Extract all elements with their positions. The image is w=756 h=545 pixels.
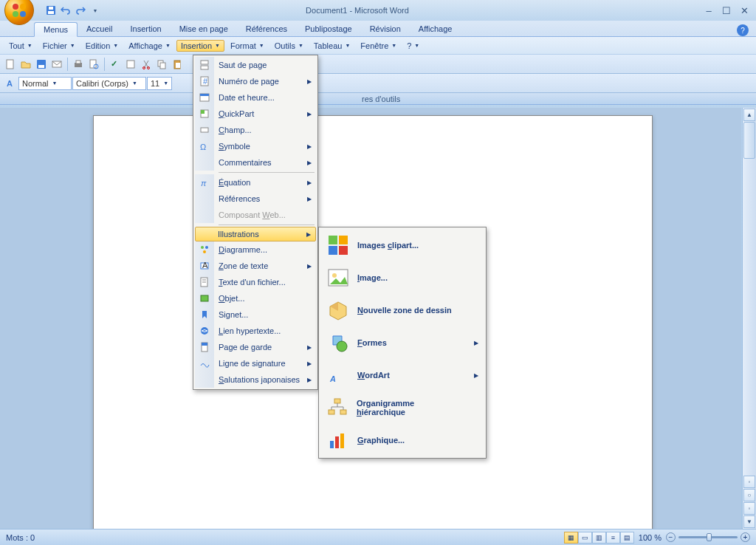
copy-icon[interactable] — [154, 57, 169, 72]
font-size-combo[interactable]: 11▼ — [147, 77, 172, 90]
submenu-item-image[interactable]: Image... — [320, 261, 484, 294]
menu-tableau[interactable]: Tableau▼ — [309, 40, 354, 52]
next-page-icon[interactable]: ◦ — [743, 502, 755, 515]
menu-item-objet[interactable]: Objet... — [195, 290, 316, 306]
word-count[interactable]: Mots : 0 — [6, 533, 35, 542]
zoom-out-icon[interactable]: − — [666, 532, 676, 542]
tab-accueil[interactable]: Accueil — [78, 22, 121, 36]
page-number-icon: # — [195, 73, 214, 89]
scroll-down-icon[interactable]: ▼ — [743, 515, 755, 528]
menu-item-commentaires[interactable]: Commentaires▶ — [195, 154, 316, 171]
menu-tout[interactable]: Tout▼ — [4, 40, 37, 52]
research-icon[interactable] — [123, 57, 138, 72]
scroll-up-icon[interactable]: ▲ — [743, 109, 755, 121]
spellcheck-icon[interactable]: ✓ — [108, 57, 123, 72]
tab-références[interactable]: Références — [237, 22, 296, 36]
menu-item-signet[interactable]: Signet... — [195, 306, 316, 323]
vertical-scrollbar[interactable]: ▲ ◦ ○ ◦ ▼ — [742, 108, 756, 529]
menu-format[interactable]: Format▼ — [226, 40, 269, 52]
save-icon[interactable] — [34, 57, 49, 72]
zoom-in-icon[interactable]: + — [740, 532, 750, 542]
menu-[interactable]: ?▼ — [402, 40, 424, 52]
tab-mise-en-page[interactable]: Mise en page — [171, 22, 237, 36]
submenu-item-chart[interactable]: Graphique... — [320, 424, 484, 456]
undo-icon[interactable] — [59, 4, 72, 17]
menu-item-ligne-de-signature[interactable]: Ligne de signature▶ — [195, 355, 316, 371]
draft-view-icon[interactable]: ▤ — [620, 532, 634, 544]
menu-item-page-de-garde[interactable]: Page de garde▶ — [195, 339, 316, 355]
font-combo[interactable]: Calibri (Corps)▼ — [72, 77, 146, 90]
print-layout-view-icon[interactable]: ▦ — [564, 532, 578, 544]
menu-item-texte-d-un-fichier[interactable]: Texte d'un fichier... — [195, 274, 316, 290]
menu-edition[interactable]: Edition▼ — [81, 40, 123, 52]
print-preview-icon[interactable] — [86, 57, 101, 72]
tab-insertion[interactable]: Insertion — [122, 22, 171, 36]
menu-item-diagramme[interactable]: Diagramme... — [195, 241, 316, 258]
svg-rect-62 — [330, 441, 334, 448]
menu-item-quickpart[interactable]: QuickPart▶ — [195, 106, 316, 122]
styles-icon[interactable]: A — [3, 76, 18, 91]
menu-item-illustrations[interactable]: Illustrations▶ — [195, 227, 316, 241]
menu-item-quation[interactable]: πÉquation▶ — [195, 174, 316, 191]
full-screen-view-icon[interactable]: ▭ — [578, 532, 592, 544]
menu-item-r-f-rences[interactable]: Références▶ — [195, 191, 316, 207]
menu-insertion[interactable]: Insertion▼ — [176, 40, 224, 52]
help-icon[interactable]: ? — [737, 24, 749, 36]
svg-point-0 — [13, 4, 18, 10]
menu-outils[interactable]: Outils▼ — [270, 40, 308, 52]
menu-fentre[interactable]: Fenêtre▼ — [356, 40, 401, 52]
style-combo[interactable]: Normal▼ — [18, 77, 72, 90]
menu-item-saut-de-page[interactable]: Saut de page — [195, 57, 316, 73]
submenu-item-orgchart[interactable]: Organigramme hiérarchique — [320, 391, 484, 424]
menu-item-num-ro-de-page[interactable]: #Numéro de page▶ — [195, 73, 316, 89]
submenu-item-wordart[interactable]: AWordArt▶ — [320, 359, 484, 391]
menu-item-label: Objet... — [219, 294, 301, 303]
save-icon[interactable] — [44, 4, 58, 17]
mail-icon[interactable] — [49, 57, 64, 72]
zoom-slider[interactable]: − + — [666, 532, 750, 542]
svg-rect-47 — [329, 236, 337, 244]
standard-toolbar: ✓ — [0, 55, 756, 74]
chart-icon — [325, 427, 351, 453]
menu-item-label: Signet... — [219, 310, 301, 319]
submenu-item-clipart[interactable]: Images clipart... — [320, 229, 484, 261]
cut-icon[interactable] — [139, 57, 154, 72]
zoom-level[interactable]: 100 % — [639, 533, 662, 542]
close-button[interactable]: ✕ — [737, 4, 752, 16]
tab-affichage[interactable]: Affichage — [410, 22, 461, 36]
svg-rect-5 — [48, 11, 54, 14]
svg-rect-57 — [340, 410, 346, 414]
menu-item-date-et-heure[interactable]: Date et heure... — [195, 89, 316, 106]
print-icon[interactable] — [71, 57, 86, 72]
redo-icon[interactable] — [74, 4, 87, 17]
object-icon — [195, 290, 214, 306]
tab-menus[interactable]: Menus — [34, 22, 78, 37]
paste-icon[interactable] — [170, 57, 185, 72]
menu-item-salutations-japonaises[interactable]: Salutations japonaises▶ — [195, 371, 316, 388]
open-icon[interactable] — [18, 57, 33, 72]
menu-fichier[interactable]: Fichier▼ — [38, 40, 80, 52]
menu-item-symbole[interactable]: ΩSymbole▶ — [195, 138, 316, 154]
submenu-item-label: Formes — [357, 338, 387, 347]
svg-rect-31 — [201, 110, 205, 114]
tab-révision[interactable]: Révision — [361, 22, 410, 36]
scroll-thumb[interactable] — [743, 122, 755, 159]
menu-item-champ[interactable]: Champ... — [195, 122, 316, 138]
browse-object-icon[interactable]: ○ — [743, 489, 755, 501]
web-layout-view-icon[interactable]: ▥ — [592, 532, 606, 544]
qat-dropdown-icon[interactable]: ▼ — [89, 4, 102, 17]
menu-item-lien-hypertexte[interactable]: Lien hypertexte... — [195, 323, 316, 339]
minimize-button[interactable]: – — [701, 4, 716, 16]
menu-item-zone-de-texte[interactable]: AZone de texte▶ — [195, 258, 316, 274]
canvas-icon — [325, 297, 351, 323]
new-icon[interactable] — [3, 57, 18, 72]
submenu-item-canvas[interactable]: Nouvelle zone de dessin — [320, 294, 484, 326]
menu-affichage[interactable]: Affichage▼ — [124, 40, 175, 52]
prev-page-icon[interactable]: ◦ — [743, 476, 755, 488]
outline-view-icon[interactable]: ≡ — [606, 532, 620, 544]
maximize-button[interactable]: ☐ — [719, 4, 734, 16]
submenu-arrow-icon: ▶ — [307, 179, 312, 186]
svg-point-37 — [203, 250, 206, 253]
submenu-item-shapes[interactable]: Formes▶ — [320, 326, 484, 359]
tab-publipostage[interactable]: Publipostage — [296, 22, 361, 36]
